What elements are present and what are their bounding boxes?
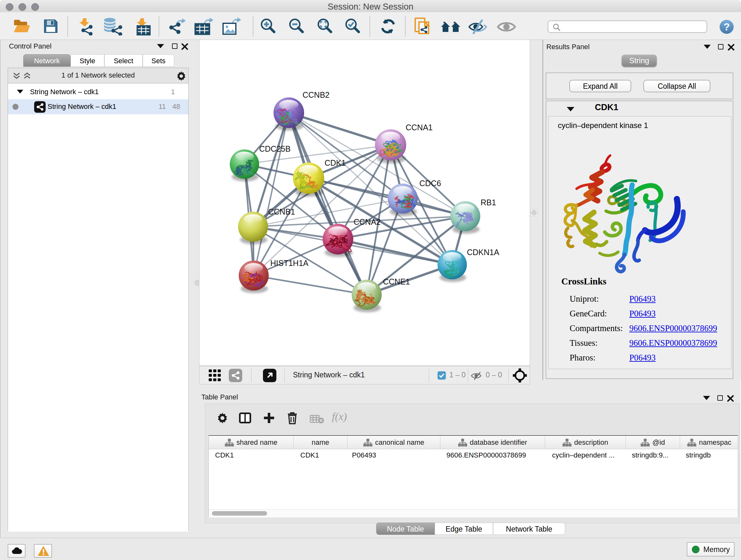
svg-text:CDKN1A: CDKN1A [467, 248, 499, 257]
svg-text:CCNA2: CCNA2 [354, 217, 381, 226]
svg-text:CCNA1: CCNA1 [406, 123, 433, 132]
svg-text:?: ? [724, 21, 730, 33]
svg-text:CCNB2: CCNB2 [302, 90, 330, 99]
svg-text:CDC6: CDC6 [419, 179, 441, 188]
svg-text:RB1: RB1 [481, 198, 496, 207]
svg-text:HIST1H1A: HIST1H1A [270, 259, 309, 267]
svg-text:CDC25B: CDC25B [259, 144, 291, 153]
svg-text:CCNB1: CCNB1 [268, 207, 295, 216]
svg-text:CCNE1: CCNE1 [383, 277, 410, 286]
svg-text:CDK1: CDK1 [325, 159, 346, 167]
